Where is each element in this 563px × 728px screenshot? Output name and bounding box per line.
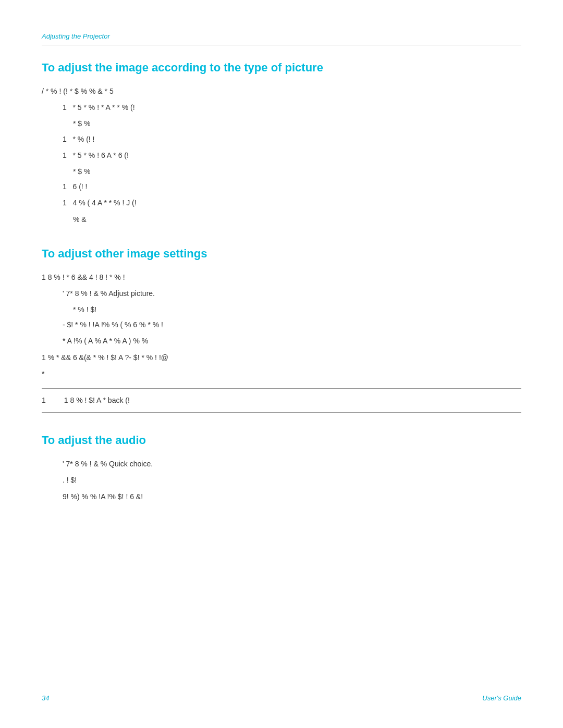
step2b-text: * A !% ( A % A * % A ) % % [63,337,148,345]
note-body: 1 8 % ! $! A * back (! [64,396,130,404]
list-item-1-cont: * $ % [73,117,521,130]
section-image-type: To adjust the image according to the typ… [42,61,521,226]
audio-item-2-text: . ! $! [63,476,77,484]
header-section: Adjusting the Projector [42,31,521,45]
breadcrumb: Adjusting the Projector [42,32,110,40]
other-settings-intro: 1 8 % ! * 6 && 4 ! 8 ! * % ! [42,271,521,284]
list-text-3: * 5 * % ! 6 A * 6 (! [72,151,128,159]
other-settings-step2a: - $! * % ! !A !% % ( % 6 % * % ! [63,318,521,331]
step1-text: ' 7* 8 % ! & % Adjust picture. [63,289,155,298]
list-item-3: 1 * 5 * % ! 6 A * 6 (! [63,149,521,162]
audio-item-3-text: 9! %) % % !A !% $! ! 6 &! [63,492,143,501]
audio-item-1-text: ' 7* 8 % ! & % Quick choice. [63,460,153,468]
section-other-settings-title: To adjust other image settings [42,247,521,261]
footer-page-number: 34 [42,694,49,702]
note-box: 1 1 8 % ! $! A * back (! [42,388,521,413]
list-text-1: * 5 * % ! * A * * % (! [72,103,134,112]
list-text-4: 6 (! ! [72,182,87,191]
section-audio-title: To adjust the audio [42,434,521,447]
other-settings-step1: ' 7* 8 % ! & % Adjust picture. [63,287,521,300]
list-text-5: 4 % ( 4 A * * % ! J (! [72,199,136,207]
list-num-4: 1 [63,182,67,191]
list-text-2: * % (! ! [72,135,94,143]
section-image-type-intro: / * % ! (! * $ % % & * 5 [42,85,521,98]
list-num-3: 1 [63,151,67,159]
list-item-4: 1 6 (! ! [63,180,521,193]
section-other-settings: To adjust other image settings 1 8 % ! *… [42,247,521,413]
audio-item-1: ' 7* 8 % ! & % Quick choice. [63,458,521,471]
audio-item-2: . ! $! [63,474,521,487]
footer: 34 User's Guide [42,694,521,702]
other-settings-step2b: * A !% ( A % A * % A ) % % [63,335,521,348]
list-item-3-cont: * $ % [73,165,521,178]
section-audio: To adjust the audio ' 7* 8 % ! & % Quick… [42,434,521,503]
footer-guide-label: User's Guide [482,694,521,702]
note-text: 1 1 8 % ! $! A * back (! [42,394,521,407]
note-label: 1 [42,396,46,404]
other-settings-step3b: * [42,367,521,380]
list-item-5: 1 4 % ( 4 A * * % ! J (! [63,196,521,209]
step3-text: 1 % * && 6 &(& * % ! $! A ?- $! * % ! !@ [42,353,168,362]
list-num-1: 1 [63,103,67,112]
list-item-2: 1 * % (! ! [63,133,521,146]
list-item-1: 1 * 5 * % ! * A * * % (! [63,101,521,114]
step2a-text: - $! * % ! !A !% % ( % 6 % * % ! [63,320,163,329]
list-num-5: 1 [63,199,67,207]
section-image-type-title: To adjust the image according to the typ… [42,61,521,75]
list-num-2: 1 [63,135,67,143]
page-container: Adjusting the Projector To adjust the im… [0,0,563,728]
list-item-5-cont: % & [73,213,521,226]
other-settings-step3: 1 % * && 6 &(& * % ! $! A ?- $! * % ! !@ [42,351,521,364]
audio-item-3: 9! %) % % !A !% $! ! 6 &! [63,490,521,503]
other-settings-step1b: * % ! $! [73,303,521,316]
